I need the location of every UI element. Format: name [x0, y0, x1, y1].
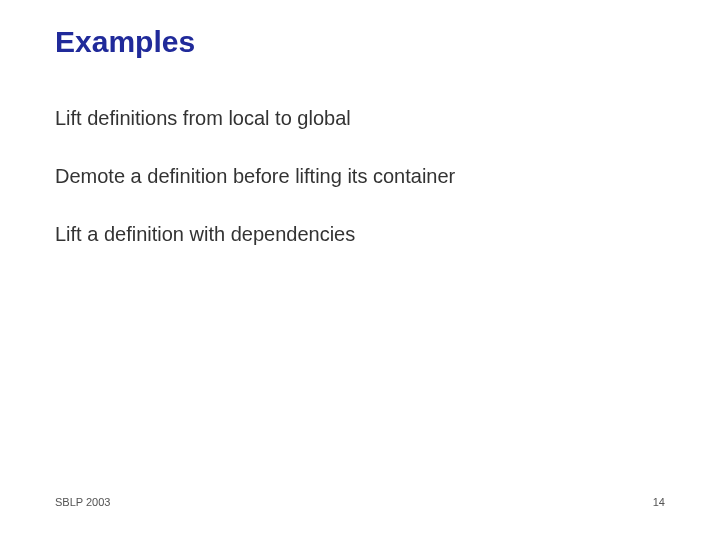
page-number: 14	[653, 496, 665, 508]
footer-left: SBLP 2003	[55, 496, 110, 508]
bullet-item: Lift definitions from local to global	[55, 105, 665, 131]
slide-title: Examples	[55, 25, 195, 59]
bullet-item: Lift a definition with dependencies	[55, 221, 665, 247]
slide-body: Lift definitions from local to global De…	[55, 105, 665, 279]
bullet-item: Demote a definition before lifting its c…	[55, 163, 665, 189]
slide: Examples Lift definitions from local to …	[0, 0, 720, 540]
